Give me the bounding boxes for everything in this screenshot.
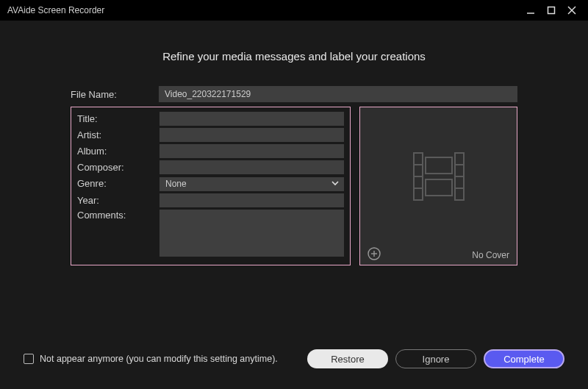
metadata-panel: Title: Artist: Album: Composer: Genre:: [71, 107, 351, 265]
add-cover-button[interactable]: [368, 247, 381, 263]
genre-select[interactable]: [159, 177, 344, 191]
not-appear-label: Not appear anymore (you can modify this …: [40, 354, 278, 364]
svg-rect-12: [426, 157, 452, 174]
app-title: AVAide Screen Recorder: [7, 5, 104, 15]
filename-label: File Name:: [71, 89, 159, 100]
album-input[interactable]: [159, 144, 344, 158]
ignore-button[interactable]: Ignore: [395, 349, 476, 368]
artist-input[interactable]: [159, 128, 344, 142]
filename-row: File Name:: [71, 86, 517, 102]
titlebar: AVAide Screen Recorder: [0, 0, 588, 21]
album-label: Album:: [77, 146, 159, 157]
artist-label: Artist:: [77, 129, 159, 140]
svg-rect-1: [548, 7, 555, 14]
comments-label: Comments:: [77, 210, 159, 221]
filename-input[interactable]: [159, 86, 517, 102]
film-frame-icon: [408, 149, 470, 204]
plus-circle-icon: [368, 247, 381, 260]
composer-label: Composer:: [77, 162, 159, 173]
close-button[interactable]: [562, 6, 582, 15]
year-label: Year:: [77, 195, 159, 206]
cover-preview: [360, 107, 517, 246]
minimize-button[interactable]: [520, 6, 541, 15]
restore-button[interactable]: Restore: [307, 349, 388, 368]
title-input[interactable]: [159, 112, 344, 126]
no-cover-text: No Cover: [472, 250, 509, 260]
genre-label: Genre:: [77, 178, 159, 189]
page-heading: Refine your media messages and label you…: [71, 50, 517, 63]
footer: Not appear anymore (you can modify this …: [0, 349, 588, 368]
title-label: Title:: [77, 113, 159, 124]
not-appear-checkbox[interactable]: [24, 354, 34, 364]
maximize-button[interactable]: [541, 6, 562, 15]
year-input[interactable]: [159, 193, 344, 207]
composer-input[interactable]: [159, 160, 344, 174]
cover-panel: No Cover: [359, 107, 517, 265]
main-content: Refine your media messages and label you…: [0, 21, 588, 265]
complete-button[interactable]: Complete: [484, 349, 564, 368]
comments-input[interactable]: [159, 210, 344, 257]
svg-rect-13: [426, 179, 452, 196]
